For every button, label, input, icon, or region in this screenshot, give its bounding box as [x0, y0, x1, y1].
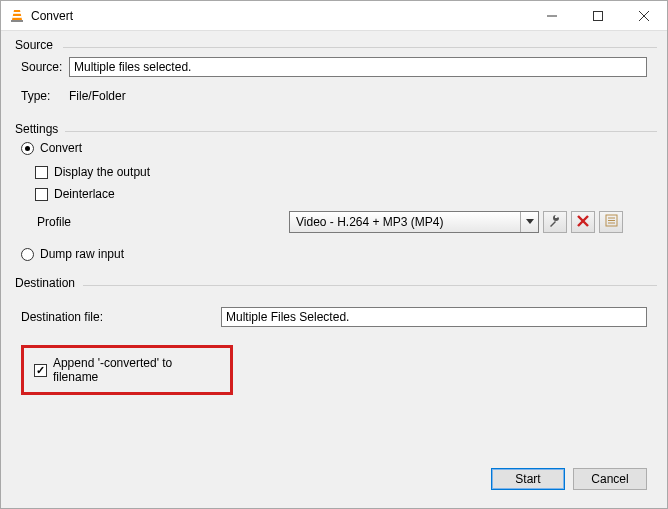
window-title: Convert [31, 9, 529, 23]
radio-icon [21, 142, 34, 155]
display-output-label: Display the output [54, 165, 150, 179]
dump-raw-radio[interactable]: Dump raw input [21, 247, 647, 261]
append-converted-checkbox[interactable]: Append '-converted' to filename [34, 356, 220, 384]
delete-profile-button[interactable] [571, 211, 595, 233]
cancel-button[interactable]: Cancel [573, 468, 647, 490]
svg-rect-0 [13, 12, 21, 14]
settings-group: Settings Convert Display the output Dein… [11, 123, 657, 271]
dialog-buttons: Start Cancel [11, 458, 657, 500]
checkbox-icon [35, 188, 48, 201]
svg-rect-4 [594, 11, 603, 20]
source-row: Source: [21, 57, 647, 77]
destination-group-label: Destination [13, 276, 77, 290]
svg-rect-2 [11, 20, 23, 22]
convert-radio-label: Convert [40, 141, 82, 155]
source-label: Source: [21, 60, 69, 74]
deinterlace-label: Deinterlace [54, 187, 115, 201]
convert-dialog: Convert Source Source: Type: File/Fo [0, 0, 668, 509]
profile-label: Profile [21, 215, 289, 229]
convert-radio[interactable]: Convert [21, 141, 647, 155]
radio-icon [21, 248, 34, 261]
destination-file-row: Destination file: [21, 307, 647, 327]
append-converted-label: Append '-converted' to filename [53, 356, 220, 384]
deinterlace-checkbox[interactable]: Deinterlace [35, 187, 647, 201]
destination-group: Destination Destination file: Append '-c… [11, 277, 657, 405]
dialog-content: Source Source: Type: File/Folder Setting… [1, 31, 667, 508]
type-value: File/Folder [69, 89, 126, 103]
chevron-down-icon [520, 212, 538, 232]
dump-raw-label: Dump raw input [40, 247, 124, 261]
destination-file-input[interactable] [221, 307, 647, 327]
profile-row: Profile Video - H.264 + MP3 (MP4) [21, 211, 647, 233]
new-profile-button[interactable] [599, 211, 623, 233]
divider [83, 285, 657, 286]
vlc-icon [9, 8, 25, 24]
profile-value: Video - H.264 + MP3 (MP4) [296, 215, 444, 229]
minimize-button[interactable] [529, 1, 575, 30]
close-button[interactable] [621, 1, 667, 30]
divider [63, 47, 657, 48]
delete-icon [577, 215, 589, 230]
highlight-annotation: Append '-converted' to filename [21, 345, 233, 395]
destination-file-label: Destination file: [21, 310, 221, 324]
source-group: Source Source: Type: File/Folder [11, 39, 657, 117]
svg-rect-1 [12, 16, 22, 18]
maximize-button[interactable] [575, 1, 621, 30]
new-profile-icon [605, 214, 618, 230]
source-input[interactable] [69, 57, 647, 77]
start-button[interactable]: Start [491, 468, 565, 490]
settings-group-label: Settings [13, 122, 60, 136]
checkbox-icon [34, 364, 47, 377]
divider [65, 131, 657, 132]
type-row: Type: File/Folder [21, 89, 647, 103]
profile-combobox[interactable]: Video - H.264 + MP3 (MP4) [289, 211, 539, 233]
source-group-label: Source [13, 38, 55, 52]
wrench-icon [548, 214, 562, 231]
window-controls [529, 1, 667, 30]
display-output-checkbox[interactable]: Display the output [35, 165, 647, 179]
type-label: Type: [21, 89, 69, 103]
titlebar: Convert [1, 1, 667, 31]
checkbox-icon [35, 166, 48, 179]
edit-profile-button[interactable] [543, 211, 567, 233]
